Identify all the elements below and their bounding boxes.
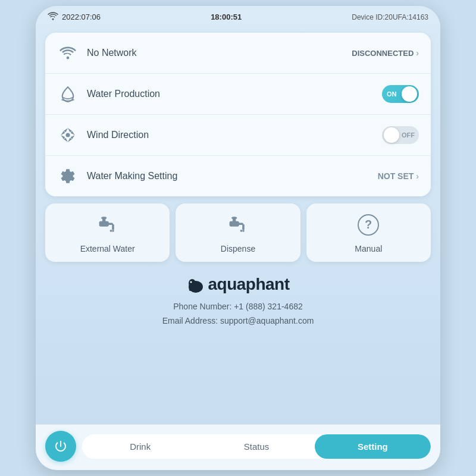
- network-action: DISCONNECTED ›: [352, 48, 419, 58]
- power-button[interactable]: [45, 431, 76, 462]
- settings-card: No Network DISCONNECTED › Water Producti…: [45, 33, 431, 196]
- status-date: 2022:07:06: [62, 12, 101, 21]
- toggle-knob-off: [384, 127, 399, 143]
- action-cards: External Water Dispense: [45, 203, 431, 262]
- water-making-action: NOT SET ›: [378, 171, 419, 181]
- wind-direction-row[interactable]: Wind Direction OFF: [45, 115, 431, 156]
- water-production-row[interactable]: Water Production ON: [45, 74, 431, 115]
- elephant-logo-icon: [186, 275, 205, 294]
- status-bar-left: 2022:07:06: [48, 12, 101, 22]
- brand-logo: aquaphant: [186, 275, 289, 294]
- bottom-nav: Drink Status Setting: [36, 424, 440, 470]
- status-bar: 2022:07:06 18:00:51 Device ID:20UFA:1416…: [36, 6, 440, 26]
- gear-icon: [57, 165, 79, 187]
- external-water-card[interactable]: External Water: [45, 203, 170, 262]
- toggle-on-text: ON: [387, 90, 397, 98]
- wifi-row-icon: [57, 42, 79, 64]
- main-content: No Network DISCONNECTED › Water Producti…: [36, 26, 440, 424]
- dispense-icon: [227, 214, 249, 238]
- tab-status[interactable]: Status: [198, 434, 314, 459]
- nav-tabs: Drink Status Setting: [82, 434, 431, 459]
- svg-rect-10: [242, 224, 245, 230]
- dispense-label: Dispense: [221, 244, 255, 253]
- water-drop-icon: [57, 83, 79, 105]
- brand-name: aquaphant: [208, 275, 289, 294]
- phone-frame: 2022:07:06 18:00:51 Device ID:20UFA:1416…: [36, 6, 440, 470]
- brand-section: aquaphant Phone Number: +1 (888) 321-468…: [45, 269, 431, 331]
- wind-direction-label: Wind Direction: [87, 130, 374, 140]
- svg-rect-12: [231, 217, 237, 220]
- svg-point-13: [242, 230, 245, 232]
- svg-point-6: [112, 230, 114, 232]
- wind-direction-toggle[interactable]: OFF: [382, 126, 419, 144]
- manual-icon: ?: [358, 214, 379, 238]
- tab-setting[interactable]: Setting: [315, 434, 431, 459]
- network-row[interactable]: No Network DISCONNECTED ›: [45, 33, 431, 74]
- manual-card[interactable]: ? Manual: [306, 203, 431, 262]
- toggle-off-text: OFF: [402, 131, 415, 139]
- water-making-label: Water Making Setting: [87, 171, 369, 181]
- water-production-toggle[interactable]: ON: [382, 85, 419, 103]
- svg-text:?: ?: [365, 218, 372, 231]
- device-id: Device ID:20UFA:14163: [352, 13, 428, 21]
- svg-point-18: [189, 279, 196, 287]
- toggle-knob-on: [402, 86, 417, 102]
- water-making-chevron: ›: [416, 171, 419, 181]
- wind-icon: [57, 124, 79, 146]
- svg-point-14: [240, 230, 243, 232]
- network-chevron: ›: [416, 48, 419, 58]
- email-address: Email Address: support@aquaphant.com: [162, 314, 314, 328]
- external-water-icon: [97, 214, 118, 238]
- phone-number: Phone Number: +1 (888) 321-4682: [162, 300, 314, 314]
- svg-point-19: [190, 281, 192, 283]
- status-time: 18:00:51: [211, 12, 242, 21]
- water-making-row[interactable]: Water Making Setting NOT SET ›: [45, 156, 431, 196]
- water-production-label: Water Production: [87, 89, 374, 99]
- dispense-card[interactable]: Dispense: [176, 203, 300, 262]
- not-set-badge: NOT SET: [378, 171, 414, 181]
- brand-contact: Phone Number: +1 (888) 321-4682 Email Ad…: [162, 300, 314, 328]
- wifi-icon: [48, 12, 58, 22]
- disconnected-badge: DISCONNECTED: [352, 49, 414, 58]
- external-water-label: External Water: [80, 244, 135, 253]
- manual-label: Manual: [355, 244, 382, 253]
- svg-rect-3: [112, 224, 114, 230]
- tab-drink[interactable]: Drink: [82, 434, 198, 459]
- network-label: No Network: [87, 48, 343, 58]
- svg-point-0: [66, 133, 70, 137]
- svg-rect-5: [101, 217, 107, 220]
- svg-point-7: [109, 230, 112, 232]
